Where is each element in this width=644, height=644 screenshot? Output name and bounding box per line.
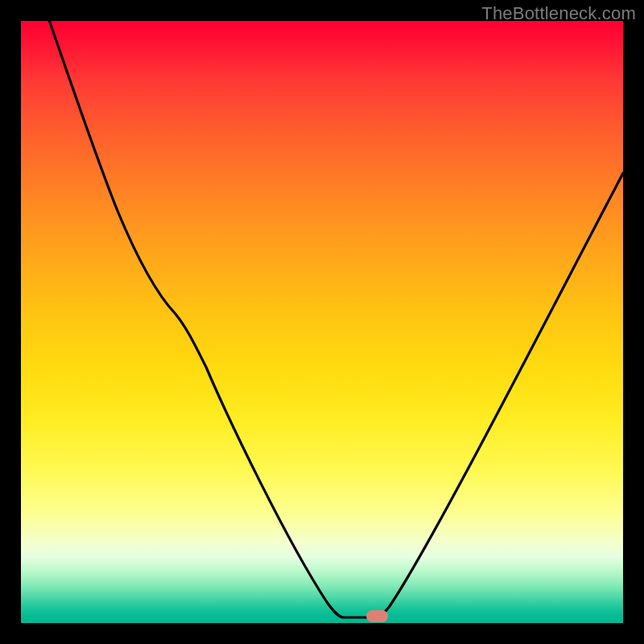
bottleneck-curve (48, 21, 623, 617)
minimum-marker (366, 610, 388, 622)
plot-area (21, 21, 623, 623)
curve-layer (21, 21, 623, 623)
watermark-text: TheBottleneck.com (481, 3, 636, 24)
chart-frame: TheBottleneck.com (0, 0, 644, 644)
